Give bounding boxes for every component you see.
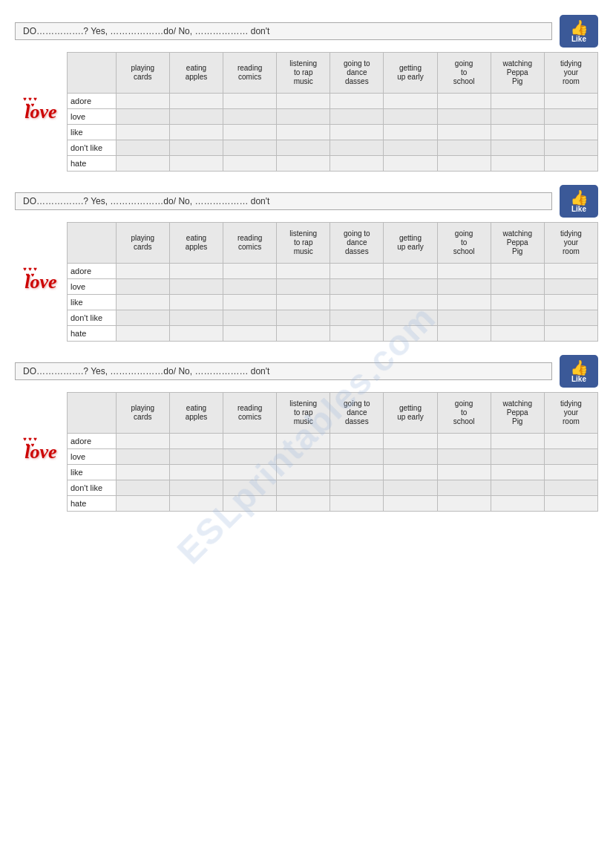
cell-4-2[interactable] bbox=[223, 156, 277, 172]
cell-1-3[interactable] bbox=[277, 449, 330, 465]
cell-2-7[interactable] bbox=[491, 295, 544, 310]
cell-0-2[interactable] bbox=[223, 434, 277, 449]
cell-0-4[interactable] bbox=[330, 434, 384, 449]
cell-0-1[interactable] bbox=[169, 434, 223, 449]
cell-4-3[interactable] bbox=[277, 326, 330, 342]
cell-0-7[interactable] bbox=[491, 94, 544, 109]
cell-1-2[interactable] bbox=[223, 109, 277, 125]
cell-0-8[interactable] bbox=[544, 434, 597, 449]
cell-1-1[interactable] bbox=[169, 109, 223, 125]
cell-0-5[interactable] bbox=[384, 434, 437, 449]
cell-1-6[interactable] bbox=[437, 449, 491, 465]
cell-2-3[interactable] bbox=[277, 465, 330, 480]
cell-3-3[interactable] bbox=[277, 140, 330, 156]
cell-3-5[interactable] bbox=[384, 310, 437, 326]
cell-0-0[interactable] bbox=[116, 434, 169, 449]
cell-2-5[interactable] bbox=[384, 295, 437, 310]
cell-0-3[interactable] bbox=[277, 94, 330, 109]
cell-0-6[interactable] bbox=[437, 434, 491, 449]
cell-1-0[interactable] bbox=[116, 109, 169, 125]
cell-3-8[interactable] bbox=[544, 140, 597, 156]
cell-2-8[interactable] bbox=[544, 295, 597, 310]
cell-3-2[interactable] bbox=[223, 480, 277, 496]
cell-0-3[interactable] bbox=[277, 264, 330, 279]
like-button[interactable]: 👍Like bbox=[560, 15, 598, 48]
cell-1-7[interactable] bbox=[491, 109, 544, 125]
cell-1-4[interactable] bbox=[330, 449, 384, 465]
cell-4-0[interactable] bbox=[116, 496, 169, 512]
cell-3-8[interactable] bbox=[544, 480, 597, 496]
cell-3-7[interactable] bbox=[491, 140, 544, 156]
cell-2-1[interactable] bbox=[169, 465, 223, 480]
cell-0-0[interactable] bbox=[116, 94, 169, 109]
cell-0-7[interactable] bbox=[491, 264, 544, 279]
cell-0-4[interactable] bbox=[330, 94, 384, 109]
cell-3-5[interactable] bbox=[384, 480, 437, 496]
cell-0-2[interactable] bbox=[223, 94, 277, 109]
cell-2-0[interactable] bbox=[116, 465, 169, 480]
cell-4-3[interactable] bbox=[277, 496, 330, 512]
cell-4-1[interactable] bbox=[169, 326, 223, 342]
cell-3-1[interactable] bbox=[169, 310, 223, 326]
cell-2-0[interactable] bbox=[116, 295, 169, 310]
cell-4-2[interactable] bbox=[223, 496, 277, 512]
cell-3-4[interactable] bbox=[330, 310, 384, 326]
cell-1-2[interactable] bbox=[223, 449, 277, 465]
cell-1-6[interactable] bbox=[437, 109, 491, 125]
cell-4-1[interactable] bbox=[169, 496, 223, 512]
cell-1-8[interactable] bbox=[544, 279, 597, 295]
cell-3-1[interactable] bbox=[169, 480, 223, 496]
cell-3-2[interactable] bbox=[223, 140, 277, 156]
cell-0-5[interactable] bbox=[384, 94, 437, 109]
cell-2-5[interactable] bbox=[384, 125, 437, 140]
cell-2-0[interactable] bbox=[116, 125, 169, 140]
cell-3-3[interactable] bbox=[277, 480, 330, 496]
cell-4-7[interactable] bbox=[491, 496, 544, 512]
cell-0-7[interactable] bbox=[491, 434, 544, 449]
cell-2-4[interactable] bbox=[330, 125, 384, 140]
cell-1-0[interactable] bbox=[116, 279, 169, 295]
cell-1-1[interactable] bbox=[169, 449, 223, 465]
cell-3-1[interactable] bbox=[169, 140, 223, 156]
cell-1-8[interactable] bbox=[544, 449, 597, 465]
cell-3-4[interactable] bbox=[330, 480, 384, 496]
cell-1-5[interactable] bbox=[384, 449, 437, 465]
cell-1-7[interactable] bbox=[491, 279, 544, 295]
cell-2-2[interactable] bbox=[223, 125, 277, 140]
cell-2-1[interactable] bbox=[169, 125, 223, 140]
like-button[interactable]: 👍Like bbox=[560, 185, 598, 218]
cell-4-5[interactable] bbox=[384, 496, 437, 512]
cell-2-4[interactable] bbox=[330, 295, 384, 310]
cell-2-6[interactable] bbox=[437, 125, 491, 140]
cell-1-7[interactable] bbox=[491, 449, 544, 465]
cell-0-8[interactable] bbox=[544, 264, 597, 279]
cell-4-4[interactable] bbox=[330, 496, 384, 512]
cell-2-5[interactable] bbox=[384, 465, 437, 480]
cell-1-4[interactable] bbox=[330, 109, 384, 125]
cell-0-2[interactable] bbox=[223, 264, 277, 279]
cell-0-3[interactable] bbox=[277, 434, 330, 449]
cell-3-8[interactable] bbox=[544, 310, 597, 326]
cell-3-0[interactable] bbox=[116, 140, 169, 156]
cell-2-8[interactable] bbox=[544, 125, 597, 140]
cell-0-1[interactable] bbox=[169, 264, 223, 279]
cell-0-6[interactable] bbox=[437, 94, 491, 109]
cell-2-8[interactable] bbox=[544, 465, 597, 480]
cell-3-6[interactable] bbox=[437, 140, 491, 156]
cell-3-0[interactable] bbox=[116, 480, 169, 496]
cell-0-1[interactable] bbox=[169, 94, 223, 109]
like-button[interactable]: 👍Like bbox=[560, 355, 598, 388]
cell-0-0[interactable] bbox=[116, 264, 169, 279]
cell-4-8[interactable] bbox=[544, 496, 597, 512]
cell-0-6[interactable] bbox=[437, 264, 491, 279]
cell-2-6[interactable] bbox=[437, 465, 491, 480]
cell-2-3[interactable] bbox=[277, 295, 330, 310]
cell-4-4[interactable] bbox=[330, 156, 384, 172]
cell-2-7[interactable] bbox=[491, 465, 544, 480]
cell-4-6[interactable] bbox=[437, 496, 491, 512]
cell-4-2[interactable] bbox=[223, 326, 277, 342]
cell-3-4[interactable] bbox=[330, 140, 384, 156]
cell-1-3[interactable] bbox=[277, 109, 330, 125]
cell-1-0[interactable] bbox=[116, 449, 169, 465]
cell-2-1[interactable] bbox=[169, 295, 223, 310]
